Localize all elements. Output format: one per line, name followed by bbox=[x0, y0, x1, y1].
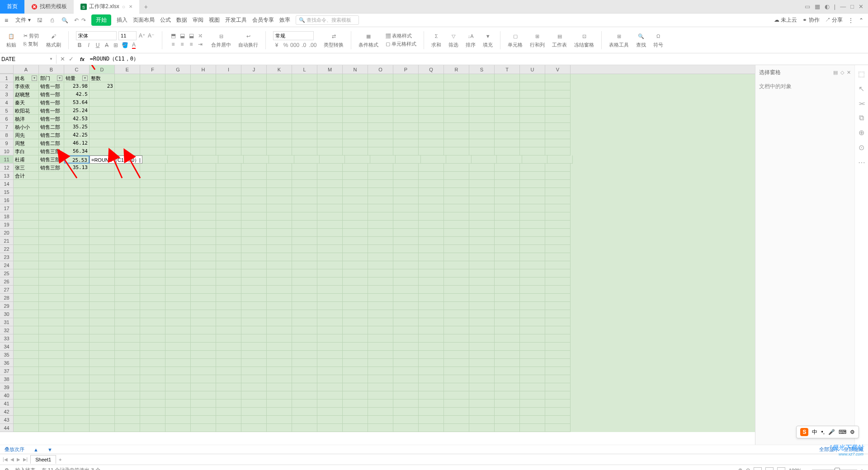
cell-R22[interactable] bbox=[444, 245, 469, 253]
cell-F18[interactable] bbox=[140, 212, 165, 221]
cell-E42[interactable] bbox=[115, 408, 140, 416]
cell-V37[interactable] bbox=[545, 367, 571, 375]
freeze-button[interactable]: ⊡冻结窗格 bbox=[572, 32, 596, 48]
cell-M23[interactable] bbox=[317, 253, 343, 261]
strike-icon[interactable]: A̶ bbox=[103, 42, 110, 49]
tool-chain-icon[interactable]: ⫘ bbox=[858, 99, 865, 108]
cell-I13[interactable] bbox=[216, 172, 241, 180]
layout-icon[interactable]: ▭ bbox=[805, 3, 810, 10]
cell-R40[interactable] bbox=[444, 391, 469, 400]
cell-N29[interactable] bbox=[343, 302, 368, 310]
cell-M27[interactable] bbox=[317, 286, 343, 294]
cell-N12[interactable] bbox=[343, 164, 368, 172]
cell-T36[interactable] bbox=[495, 359, 520, 367]
col-header-M[interactable]: M bbox=[317, 65, 343, 74]
cell-E44[interactable] bbox=[115, 424, 140, 432]
cell-A6[interactable]: 杨洋 bbox=[14, 115, 39, 123]
cell-F37[interactable] bbox=[140, 367, 165, 375]
cell-V14[interactable] bbox=[545, 180, 571, 188]
cell-T20[interactable] bbox=[495, 229, 520, 237]
cell-I33[interactable] bbox=[216, 334, 241, 343]
tab-home[interactable]: 首页 bbox=[0, 0, 24, 14]
cell-D21[interactable] bbox=[90, 237, 115, 245]
cell-L7[interactable] bbox=[292, 123, 317, 131]
cell-E23[interactable] bbox=[115, 253, 140, 261]
cell-R27[interactable] bbox=[444, 286, 469, 294]
cell-D34[interactable] bbox=[90, 343, 115, 351]
cell-C33[interactable] bbox=[64, 334, 90, 343]
cell-I27[interactable] bbox=[216, 286, 241, 294]
share-button[interactable]: ↗ 分享 bbox=[825, 16, 843, 24]
cell-K18[interactable] bbox=[267, 212, 292, 221]
cell-K32[interactable] bbox=[267, 326, 292, 334]
command-search[interactable]: 🔍 查找命令、搜索模板 bbox=[296, 15, 359, 25]
cell-T30[interactable] bbox=[495, 310, 520, 318]
stack-order[interactable]: 叠放次序 bbox=[5, 446, 24, 453]
cell-I21[interactable] bbox=[216, 237, 241, 245]
cell-L24[interactable] bbox=[292, 261, 317, 269]
cell-P10[interactable] bbox=[393, 147, 419, 155]
cell-D10[interactable] bbox=[90, 147, 115, 155]
cell-M13[interactable] bbox=[317, 172, 343, 180]
cell-J29[interactable] bbox=[241, 302, 267, 310]
cell-L13[interactable] bbox=[292, 172, 317, 180]
cell-P42[interactable] bbox=[393, 408, 419, 416]
more-icon[interactable]: ⋮ bbox=[848, 17, 854, 24]
cell-L12[interactable] bbox=[292, 164, 317, 172]
cell-G23[interactable] bbox=[165, 253, 191, 261]
cell-U8[interactable] bbox=[520, 131, 545, 139]
cell-H19[interactable] bbox=[191, 221, 216, 229]
cell-C26[interactable] bbox=[64, 277, 90, 286]
cell-I29[interactable] bbox=[216, 302, 241, 310]
cell-E29[interactable] bbox=[115, 302, 140, 310]
cell-Q17[interactable] bbox=[419, 204, 444, 212]
cell-Q18[interactable] bbox=[419, 212, 444, 221]
cell-G15[interactable] bbox=[165, 188, 191, 196]
cell-N34[interactable] bbox=[343, 343, 368, 351]
cell-H22[interactable] bbox=[191, 245, 216, 253]
cell-I42[interactable] bbox=[216, 408, 241, 416]
cell-P21[interactable] bbox=[393, 237, 419, 245]
cell-U43[interactable] bbox=[520, 416, 545, 424]
cell-B23[interactable] bbox=[39, 253, 64, 261]
cell-T25[interactable] bbox=[495, 269, 520, 277]
cell-C27[interactable] bbox=[64, 286, 90, 294]
cell-N39[interactable] bbox=[343, 383, 368, 391]
cell-U25[interactable] bbox=[520, 269, 545, 277]
cell-T27[interactable] bbox=[495, 286, 520, 294]
cell-C29[interactable] bbox=[64, 302, 90, 310]
cell-Q26[interactable] bbox=[419, 277, 444, 286]
cell-K21[interactable] bbox=[267, 237, 292, 245]
cell-E43[interactable] bbox=[115, 416, 140, 424]
cell-K30[interactable] bbox=[267, 310, 292, 318]
cell-L2[interactable] bbox=[292, 82, 317, 90]
cell-L27[interactable] bbox=[292, 286, 317, 294]
cell-Q40[interactable] bbox=[419, 391, 444, 400]
cell-P8[interactable] bbox=[393, 131, 419, 139]
cell-U27[interactable] bbox=[520, 286, 545, 294]
cell-Q5[interactable] bbox=[419, 107, 444, 115]
cell-F2[interactable] bbox=[140, 82, 165, 90]
cell-P17[interactable] bbox=[393, 204, 419, 212]
cell-B19[interactable] bbox=[39, 221, 64, 229]
cell-R37[interactable] bbox=[444, 367, 469, 375]
cancel-formula-icon[interactable]: ✕ bbox=[60, 56, 65, 62]
cell-C23[interactable] bbox=[64, 253, 90, 261]
cell-T2[interactable] bbox=[495, 82, 520, 90]
cell-S22[interactable] bbox=[469, 245, 495, 253]
cell-E22[interactable] bbox=[115, 245, 140, 253]
cell-O33[interactable] bbox=[368, 334, 393, 343]
cell-M12[interactable] bbox=[317, 164, 343, 172]
cell-V38[interactable] bbox=[545, 375, 571, 383]
font-select[interactable] bbox=[76, 31, 117, 40]
cell-U29[interactable] bbox=[520, 302, 545, 310]
cell-C12[interactable]: 35.13 bbox=[64, 164, 90, 172]
cell-A41[interactable] bbox=[14, 400, 39, 408]
cell-F36[interactable] bbox=[140, 359, 165, 367]
cell-D24[interactable] bbox=[90, 261, 115, 269]
cell-O9[interactable] bbox=[368, 139, 393, 147]
cell-M35[interactable] bbox=[317, 351, 343, 359]
cell-Q2[interactable] bbox=[419, 82, 444, 90]
cell-A22[interactable] bbox=[14, 245, 39, 253]
cell-A23[interactable] bbox=[14, 253, 39, 261]
